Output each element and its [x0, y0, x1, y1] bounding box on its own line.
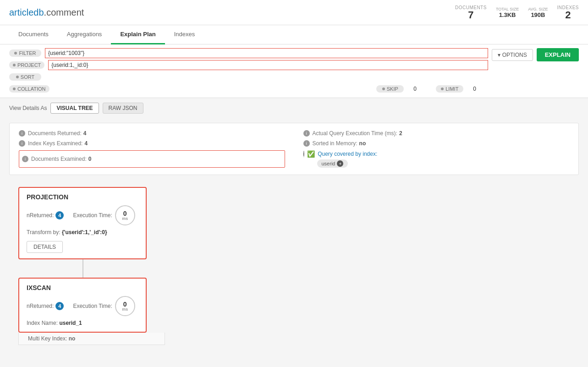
- project-row: PROJECT: [9, 60, 488, 70]
- collation-input[interactable]: [53, 84, 377, 94]
- query-bar: FILTER PROJECT SORT: [0, 44, 588, 98]
- projection-transform-value: {'userid':1,'_id':0}: [62, 229, 107, 236]
- ixscan-exec-time: Execution Time: 0 ms: [73, 296, 135, 316]
- userid-tag-plus-icon: +: [337, 160, 343, 167]
- header: articledb.comment DOCUMENTS 7 TOTAL SIZE…: [0, 0, 588, 25]
- total-size-stat: TOTAL SIZE 1.3KB: [496, 7, 519, 18]
- brand-db: articledb: [9, 7, 44, 17]
- green-check-icon: ✅: [307, 150, 315, 158]
- actual-time-stat: i Actual Query Execution Time (ms): 2: [303, 130, 570, 137]
- total-size-label: TOTAL SIZE: [496, 7, 519, 11]
- index-keys-info-icon: i: [19, 140, 25, 147]
- docs-examined-value: 0: [88, 156, 92, 162]
- index-keys-stat: i Index Keys Examined: 4: [19, 140, 285, 147]
- view-details-bar: View Details As VISUAL TREE RAW JSON: [0, 98, 588, 118]
- explain-button[interactable]: EXPLAIN: [537, 48, 579, 61]
- collation-label: COLLATION: [9, 85, 49, 93]
- projection-transform: Transform by: {'userid':1,'_id':0}: [27, 229, 138, 236]
- docs-returned-label: Documents Returned:: [28, 130, 82, 137]
- projection-node: PROJECTION nReturned: 4 Execution Time: …: [18, 187, 147, 259]
- sort-row: SORT: [9, 72, 488, 82]
- ixscan-n-returned-badge: 4: [55, 302, 64, 310]
- main-content: i Documents Returned: 4 i Actual Query E…: [0, 118, 588, 354]
- projection-n-returned: nReturned: 4: [27, 211, 64, 219]
- ixscan-exec-time-circle: 0 ms: [115, 296, 135, 316]
- sorted-memory-stat: i Sorted in Memory: no: [303, 140, 570, 147]
- brand: articledb.comment: [9, 7, 84, 18]
- ixscan-index-name-value: userid_1: [59, 320, 82, 326]
- docs-returned-stat: i Documents Returned: 4: [19, 130, 285, 137]
- docs-examined-stat: i Documents Examined: 0: [19, 150, 285, 168]
- ixscan-title: IXSCAN: [27, 284, 138, 291]
- sorted-memory-label: Sorted in Memory:: [313, 140, 357, 147]
- tabs: Documents Aggregations Explain Plan Inde…: [0, 25, 588, 44]
- actual-time-value: 2: [399, 130, 402, 137]
- filter-input[interactable]: [45, 48, 488, 58]
- indexes-count: 2: [565, 10, 571, 20]
- raw-json-button[interactable]: RAW JSON: [103, 103, 143, 114]
- docs-examined-label: Documents Examined:: [31, 156, 87, 162]
- header-stats: DOCUMENTS 7 TOTAL SIZE 1.3KB AVG. SIZE 1…: [455, 5, 579, 20]
- visual-tree-button[interactable]: VISUAL TREE: [50, 103, 99, 114]
- index-keys-value: 4: [84, 140, 88, 147]
- query-covered-header: i ✅ Query covered by index:: [303, 150, 570, 158]
- skip-control: SKIP: [376, 84, 429, 94]
- avg-size-stat: AVG. SIZE 190B: [528, 7, 548, 18]
- total-size-value: 1.3KB: [499, 11, 516, 18]
- skip-label: SKIP: [376, 85, 404, 93]
- sorted-memory-info-icon: i: [303, 140, 310, 147]
- tab-indexes[interactable]: Indexes: [165, 25, 204, 44]
- sort-input[interactable]: [45, 72, 488, 82]
- size-stats: TOTAL SIZE 1.3KB AVG. SIZE 190B: [496, 7, 548, 18]
- docs-returned-value: 4: [83, 130, 87, 137]
- filter-label: FILTER: [9, 49, 41, 57]
- view-details-label: View Details As: [9, 105, 47, 111]
- options-button[interactable]: ▾ OPTIONS: [492, 49, 533, 61]
- userid-tag: userid +: [317, 159, 348, 168]
- docs-returned-info-icon: i: [19, 130, 25, 137]
- avg-size-label: AVG. SIZE: [528, 7, 548, 11]
- projection-exec-time-circle: 0 ms: [115, 205, 135, 225]
- stats-section: i Documents Returned: 4 i Actual Query E…: [9, 123, 579, 175]
- projection-details-button[interactable]: DETAILS: [27, 241, 63, 253]
- indexes-stat: INDEXES 2: [557, 5, 579, 20]
- multi-key-value: no: [69, 335, 76, 342]
- tree-connector: [82, 259, 83, 278]
- skip-limit-controls: SKIP LIMIT: [376, 84, 488, 94]
- query-covered-info-icon: i: [303, 151, 305, 157]
- query-actions: ▾ OPTIONS EXPLAIN: [492, 48, 579, 61]
- projection-stats: nReturned: 4 Execution Time: 0 ms: [27, 205, 138, 225]
- tree-container: PROJECTION nReturned: 4 Execution Time: …: [9, 182, 579, 350]
- sorted-memory-value: no: [359, 140, 366, 147]
- limit-control: LIMIT: [436, 84, 488, 94]
- projection-exec-time: Execution Time: 0 ms: [73, 205, 135, 225]
- limit-label: LIMIT: [436, 85, 463, 93]
- tab-explain-plan[interactable]: Explain Plan: [111, 25, 165, 44]
- index-keys-label: Index Keys Examined:: [28, 140, 82, 147]
- avg-size-value: 190B: [531, 11, 545, 18]
- ixscan-stats: nReturned: 4 Execution Time: 0 ms: [27, 296, 138, 316]
- query-covered-link[interactable]: Query covered by index:: [318, 151, 377, 157]
- projection-title: PROJECTION: [27, 193, 138, 201]
- actual-time-label: Actual Query Execution Time (ms):: [313, 130, 397, 137]
- ixscan-node: IXSCAN nReturned: 4 Execution Time: 0 ms…: [18, 278, 147, 333]
- collation-row: COLLATION SKIP LI: [9, 84, 488, 94]
- tab-documents[interactable]: Documents: [9, 25, 58, 44]
- limit-input[interactable]: [470, 84, 488, 94]
- sort-label: SORT: [9, 73, 41, 81]
- brand-collection: comment: [46, 7, 84, 17]
- actual-time-info-icon: i: [303, 130, 310, 137]
- skip-input[interactable]: [410, 84, 429, 94]
- filter-row: FILTER: [9, 48, 488, 58]
- documents-count: 7: [468, 10, 473, 20]
- query-covered-stat: i ✅ Query covered by index: userid +: [303, 150, 570, 168]
- projection-n-returned-badge: 4: [55, 211, 64, 219]
- tab-aggregations[interactable]: Aggregations: [58, 25, 111, 44]
- documents-stat: DOCUMENTS 7: [455, 5, 487, 20]
- project-input[interactable]: [48, 60, 488, 70]
- project-label: PROJECT: [9, 61, 44, 69]
- multi-key-row: Multi Key Index: no: [18, 333, 165, 345]
- ixscan-index-name: Index Name: userid_1: [27, 320, 138, 326]
- docs-examined-info-icon: i: [22, 156, 28, 162]
- ixscan-n-returned: nReturned: 4: [27, 302, 64, 310]
